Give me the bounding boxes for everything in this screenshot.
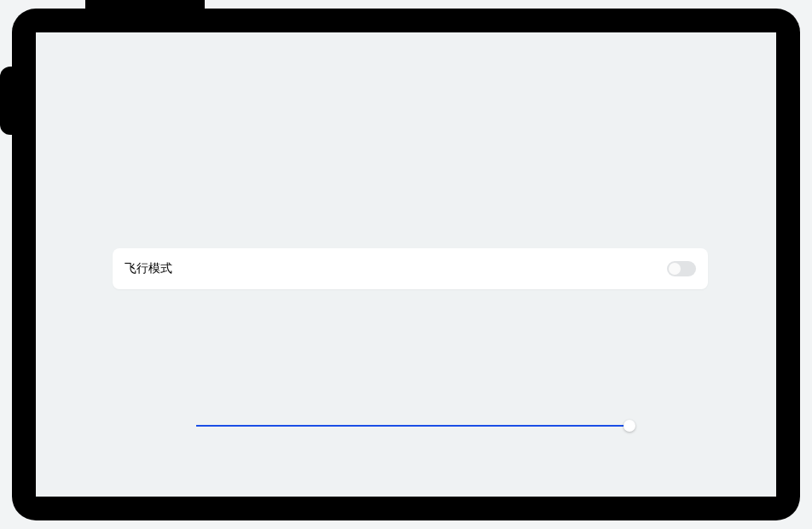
slider[interactable]: [196, 420, 629, 432]
airplane-mode-row[interactable]: 飞行模式: [113, 248, 708, 289]
airplane-mode-toggle[interactable]: [667, 261, 696, 276]
device-frame: 飞行模式: [12, 9, 800, 520]
slider-track: [196, 425, 629, 427]
slider-thumb[interactable]: [624, 420, 635, 432]
screen: 飞行模式: [36, 32, 776, 497]
toggle-knob: [669, 263, 681, 275]
airplane-mode-label: 飞行模式: [125, 261, 172, 276]
